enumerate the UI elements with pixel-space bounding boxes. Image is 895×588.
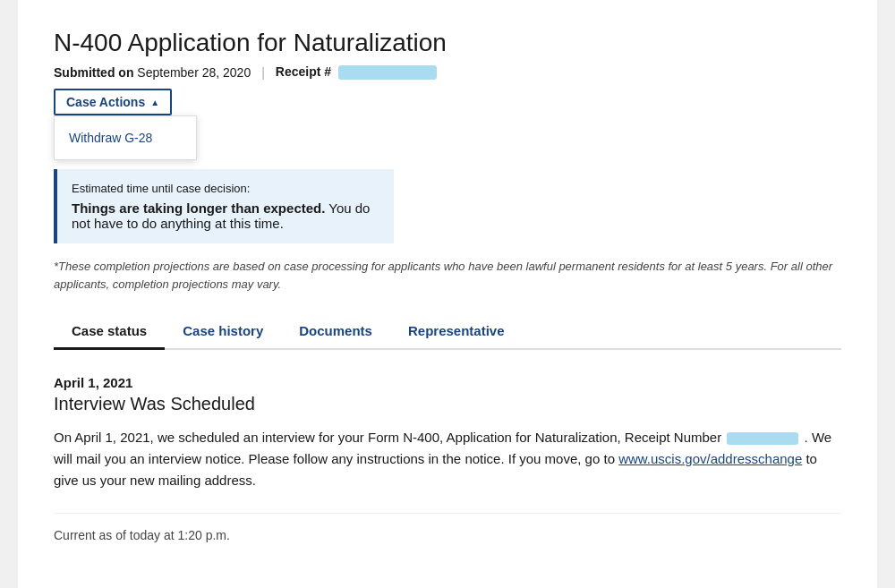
- address-change-link[interactable]: www.uscis.gov/addresschange: [618, 451, 802, 466]
- status-body: On April 1, 2021, we scheduled an interv…: [54, 427, 841, 491]
- tab-case-status[interactable]: Case status: [54, 314, 165, 350]
- status-receipt-blur: [727, 432, 798, 445]
- dropdown-item-withdraw[interactable]: Withdraw G-28: [55, 122, 196, 154]
- submitted-label: Submitted on September 28, 2020: [54, 65, 251, 80]
- case-actions-label: Case Actions: [66, 95, 145, 109]
- tabs-row: Case status Case history Documents Repre…: [54, 314, 841, 350]
- page-title: N-400 Application for Naturalization: [54, 29, 841, 57]
- status-body-part1: On April 1, 2021, we scheduled an interv…: [54, 430, 721, 445]
- meta-divider: |: [261, 65, 265, 80]
- chevron-up-icon: ▲: [150, 98, 159, 107]
- page-wrapper: N-400 Application for Naturalization Sub…: [18, 0, 877, 588]
- current-as-of: Current as of today at 1:20 p.m.: [54, 513, 841, 542]
- notice-bold-text: Things are taking longer than expected.: [72, 200, 325, 216]
- estimated-label: Estimated time until case decision:: [72, 182, 379, 195]
- meta-row: Submitted on September 28, 2020 | Receip…: [54, 64, 841, 80]
- disclaimer-text: *These completion projections are based …: [54, 258, 841, 293]
- receipt-number-blur: [338, 65, 437, 80]
- status-content: April 1, 2021 Interview Was Scheduled On…: [54, 375, 841, 542]
- status-date: April 1, 2021: [54, 375, 841, 390]
- notice-message: Things are taking longer than expected. …: [72, 200, 379, 231]
- submitted-date: September 28, 2020: [137, 65, 251, 80]
- case-actions-dropdown: Withdraw G-28: [54, 115, 197, 160]
- tab-case-history[interactable]: Case history: [165, 314, 281, 350]
- notice-box: Estimated time until case decision: Thin…: [54, 169, 394, 243]
- tab-representative[interactable]: Representative: [390, 314, 523, 350]
- case-actions-wrapper: Case Actions ▲ Withdraw G-28: [54, 89, 172, 115]
- case-actions-button[interactable]: Case Actions ▲: [54, 89, 172, 115]
- tab-documents[interactable]: Documents: [281, 314, 390, 350]
- status-title: Interview Was Scheduled: [54, 394, 841, 414]
- submitted-bold-label: Submitted on: [54, 65, 133, 80]
- receipt-label: Receipt #: [276, 64, 437, 80]
